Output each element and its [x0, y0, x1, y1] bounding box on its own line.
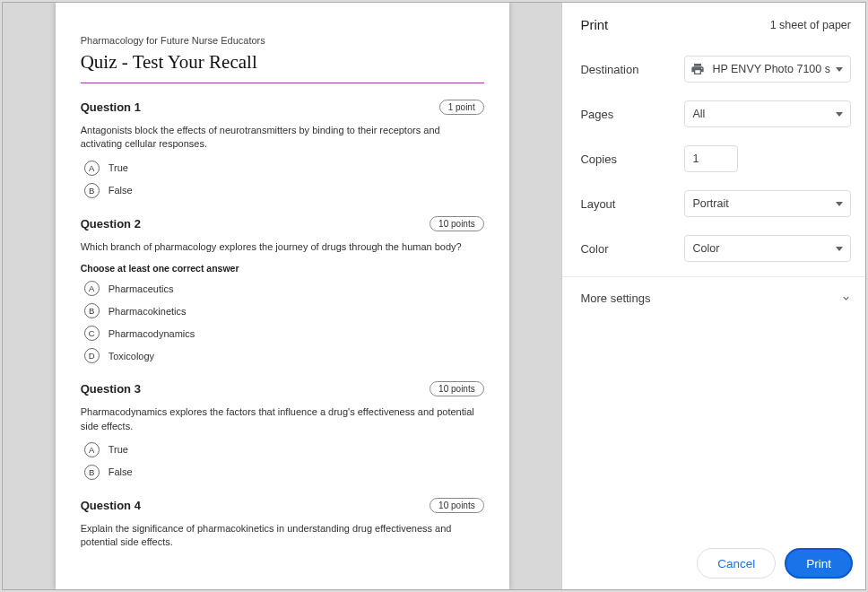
option: BPharmacokinetics	[84, 303, 484, 318]
question-text: Which branch of pharmacology explores th…	[81, 240, 484, 254]
question-text: Antagonists block the effects of neurotr…	[81, 124, 484, 152]
destination-select[interactable]: HP ENVY Photo 7100 s	[684, 56, 851, 83]
options-list: ATrueBFalse	[81, 161, 484, 198]
question-header: Question 410 points	[81, 498, 484, 513]
settings-header: Print 1 sheet of paper	[562, 3, 865, 47]
question-number: Question 1	[81, 100, 141, 114]
color-label: Color	[580, 242, 673, 256]
panel-title: Print	[580, 17, 608, 32]
chevron-down-icon	[841, 293, 851, 303]
layout-row: Layout Portrait	[562, 181, 865, 226]
sheet-count: 1 sheet of paper	[770, 19, 851, 31]
question: Question 210 pointsWhich branch of pharm…	[81, 216, 484, 363]
caret-down-icon	[836, 67, 843, 72]
option-letter: C	[84, 326, 100, 341]
question-number: Question 3	[81, 382, 141, 396]
option-text: True	[108, 444, 128, 455]
pages-row: Pages All	[562, 91, 865, 136]
option-text: Toxicology	[108, 351, 154, 361]
options-list: ATrueBFalse	[81, 442, 484, 480]
question-number: Question 4	[81, 499, 141, 512]
points-badge: 10 points	[430, 498, 484, 513]
option-letter: D	[84, 348, 100, 363]
question: Question 410 pointsExplain the significa…	[81, 498, 484, 550]
destination-row: Destination HP ENVY Photo 7100 s	[562, 47, 865, 91]
more-settings-toggle[interactable]: More settings	[562, 276, 865, 318]
option: ATrue	[84, 442, 484, 457]
destination-label: Destination	[580, 63, 673, 76]
option-text: Pharmaceutics	[108, 283, 174, 294]
option-text: Pharmacodynamics	[108, 328, 195, 339]
print-settings-pane: Print 1 sheet of paper Destination HP EN…	[562, 3, 865, 589]
question-text: Pharmacodynamics explores the factors th…	[81, 405, 484, 433]
question-text: Explain the significance of pharmacokine…	[81, 522, 484, 550]
option-text: False	[108, 185, 133, 196]
caret-down-icon	[836, 247, 843, 251]
option: BFalse	[84, 465, 484, 480]
color-value: Color	[692, 242, 830, 255]
cancel-button[interactable]: Cancel	[697, 548, 776, 579]
more-settings-label: More settings	[580, 292, 650, 305]
preview-page: Pharmacology for Future Nurse Educators …	[56, 3, 509, 589]
pages-label: Pages	[580, 108, 673, 121]
question-header: Question 310 points	[81, 381, 484, 396]
course-title: Pharmacology for Future Nurse Educators	[81, 35, 484, 46]
question-header: Question 210 points	[81, 216, 484, 231]
option: APharmaceutics	[84, 281, 484, 296]
option-letter: B	[84, 303, 100, 318]
color-row: Color Color	[562, 226, 865, 271]
question: Question 310 pointsPharmacodynamics expl…	[81, 381, 484, 480]
copies-row: Copies	[562, 136, 865, 181]
option-letter: A	[84, 281, 100, 296]
caret-down-icon	[836, 202, 843, 206]
option: DToxicology	[84, 348, 484, 363]
pages-select[interactable]: All	[684, 100, 851, 127]
destination-value: HP ENVY Photo 7100 s	[712, 63, 830, 75]
title-divider	[81, 83, 484, 83]
option-letter: A	[84, 161, 100, 176]
option: BFalse	[84, 183, 484, 198]
print-dialog: Pharmacology for Future Nurse Educators …	[2, 2, 866, 590]
option: ATrue	[84, 161, 484, 176]
copies-label: Copies	[580, 152, 673, 166]
caret-down-icon	[836, 112, 843, 117]
print-button[interactable]: Print	[785, 548, 853, 579]
question-number: Question 2	[81, 217, 141, 231]
question-header: Question 11 point	[81, 100, 484, 115]
question-instruction: Choose at least one correct answer	[81, 263, 484, 274]
pages-value: All	[692, 108, 830, 120]
points-badge: 10 points	[430, 216, 484, 231]
printer-icon	[690, 62, 705, 76]
option-letter: B	[84, 465, 100, 480]
questions-container: Question 11 pointAntagonists block the e…	[81, 100, 484, 550]
option: CPharmacodynamics	[84, 326, 484, 341]
layout-select[interactable]: Portrait	[684, 190, 851, 217]
print-preview-pane: Pharmacology for Future Nurse Educators …	[3, 3, 562, 589]
points-badge: 1 point	[439, 100, 484, 115]
question: Question 11 pointAntagonists block the e…	[81, 100, 484, 198]
option-letter: B	[84, 183, 100, 198]
layout-value: Portrait	[692, 197, 830, 210]
layout-label: Layout	[580, 197, 673, 211]
points-badge: 10 points	[430, 381, 484, 396]
option-text: Pharmacokinetics	[108, 306, 187, 317]
option-text: True	[108, 162, 128, 173]
option-letter: A	[84, 442, 100, 457]
copies-input[interactable]	[684, 145, 738, 172]
quiz-title: Quiz - Test Your Recall	[81, 51, 484, 74]
options-list: APharmaceuticsBPharmacokineticsCPharmaco…	[81, 281, 484, 363]
settings-body: Print 1 sheet of paper Destination HP EN…	[562, 3, 865, 537]
option-text: False	[108, 466, 133, 477]
settings-footer: Cancel Print	[562, 537, 865, 589]
color-select[interactable]: Color	[684, 235, 851, 262]
